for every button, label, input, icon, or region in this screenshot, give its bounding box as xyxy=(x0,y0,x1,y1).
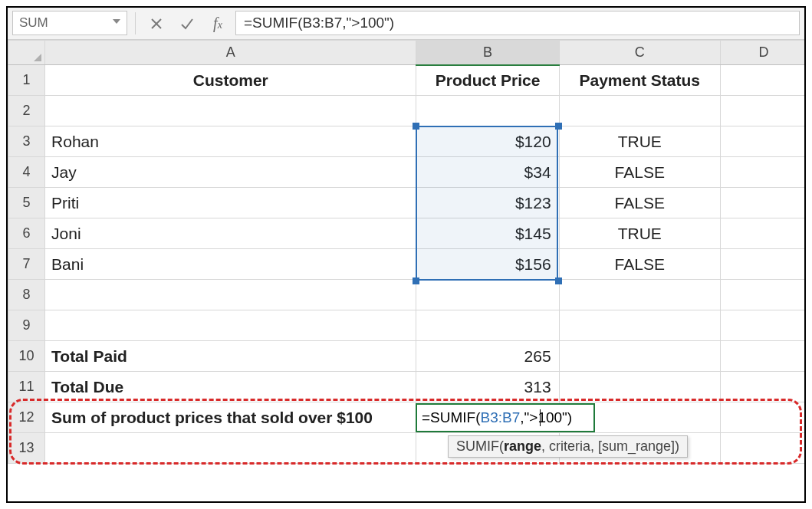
cell[interactable] xyxy=(720,249,806,280)
cell[interactable]: Jay xyxy=(45,157,416,188)
cell[interactable]: Total Paid xyxy=(45,341,416,372)
row-header[interactable]: 12 xyxy=(8,402,45,433)
tooltip-arg-current: range xyxy=(504,438,541,454)
row-header[interactable]: 9 xyxy=(8,310,45,341)
row-header[interactable]: 2 xyxy=(8,96,45,126)
cell[interactable]: Priti xyxy=(45,188,416,218)
row-header[interactable]: 1 xyxy=(8,65,45,96)
cell[interactable]: $34 xyxy=(416,157,559,188)
row-header[interactable]: 6 xyxy=(8,218,45,249)
cell[interactable] xyxy=(720,372,806,402)
tooltip-fn: SUMIF xyxy=(456,438,499,454)
cell[interactable]: $145 xyxy=(416,218,559,249)
cell[interactable] xyxy=(45,433,416,464)
text-caret-icon xyxy=(540,409,541,426)
cell[interactable] xyxy=(559,372,720,402)
worksheet[interactable]: A B C D 1 Customer Product Price Payment… xyxy=(8,40,804,464)
cell[interactable] xyxy=(416,310,559,341)
formula-bar: SUM fx =SUMIF(B3:B7,">100") xyxy=(8,8,804,40)
row-header[interactable]: 13 xyxy=(8,433,45,464)
row-header[interactable]: 4 xyxy=(8,157,45,188)
name-box-value: SUM xyxy=(19,15,48,31)
cell[interactable] xyxy=(416,280,559,310)
cell[interactable] xyxy=(559,96,720,126)
row-header[interactable]: 5 xyxy=(8,188,45,218)
cell[interactable]: TRUE xyxy=(559,126,720,157)
active-cell-editor[interactable]: =SUMIF(B3:B7,">100") xyxy=(416,403,595,432)
cell[interactable]: 313 xyxy=(416,372,559,402)
row-header[interactable]: 8 xyxy=(8,280,45,310)
cell[interactable]: $156 xyxy=(416,249,559,280)
col-header-D[interactable]: D xyxy=(720,41,806,65)
cell[interactable]: 265 xyxy=(416,341,559,372)
cell[interactable]: Payment Status xyxy=(559,65,720,96)
col-header-B[interactable]: B xyxy=(416,41,559,65)
cell[interactable] xyxy=(720,280,806,310)
cell[interactable] xyxy=(720,126,806,157)
cell[interactable] xyxy=(559,341,720,372)
formula-range-ref: B3:B7 xyxy=(481,409,521,426)
row-header[interactable]: 11 xyxy=(8,372,45,402)
cell[interactable] xyxy=(720,402,806,433)
cancel-formula-button[interactable] xyxy=(143,11,169,36)
select-all-corner[interactable] xyxy=(8,41,45,65)
cell[interactable] xyxy=(559,310,720,341)
cell[interactable]: Product Price xyxy=(416,65,559,96)
cell[interactable]: Bani xyxy=(45,249,416,280)
row-header[interactable]: 10 xyxy=(8,341,45,372)
cell[interactable]: Rohan xyxy=(45,126,416,157)
cell[interactable] xyxy=(559,280,720,310)
fx-icon: fx xyxy=(213,15,222,32)
check-icon xyxy=(180,17,194,31)
cell[interactable]: Total Due xyxy=(45,372,416,402)
app-window: SUM fx =SUMIF(B3:B7,">100") xyxy=(6,6,806,503)
col-header-C[interactable]: C xyxy=(559,41,720,65)
cell[interactable]: $120 xyxy=(416,126,559,157)
formula-prefix: =SUMIF( xyxy=(422,409,481,426)
cell[interactable]: Sum of product prices that sold over $10… xyxy=(45,402,416,433)
cell[interactable]: Customer xyxy=(45,65,416,96)
cell[interactable] xyxy=(720,96,806,126)
formula-text: =SUMIF(B3:B7,">100") xyxy=(244,15,394,31)
cell[interactable] xyxy=(720,310,806,341)
cell[interactable]: Joni xyxy=(45,218,416,249)
col-header-A[interactable]: A xyxy=(45,41,416,65)
grid: A B C D 1 Customer Product Price Payment… xyxy=(8,40,806,464)
cell[interactable] xyxy=(720,188,806,218)
cell[interactable] xyxy=(720,157,806,188)
formula-input[interactable]: =SUMIF(B3:B7,">100") xyxy=(235,11,800,35)
function-tooltip: SUMIF(range, criteria, [sum_range]) xyxy=(448,435,688,458)
cell[interactable]: FALSE xyxy=(559,249,720,280)
close-icon xyxy=(150,18,163,30)
row-header[interactable]: 7 xyxy=(8,249,45,280)
cell[interactable] xyxy=(720,218,806,249)
cell[interactable] xyxy=(720,65,806,96)
cell[interactable]: TRUE xyxy=(559,218,720,249)
cell[interactable] xyxy=(45,96,416,126)
cell[interactable] xyxy=(720,341,806,372)
cell[interactable]: $123 xyxy=(416,188,559,218)
formula-suffix: ,">100") xyxy=(520,409,572,426)
divider xyxy=(135,12,136,34)
cell[interactable]: FALSE xyxy=(559,188,720,218)
row-header[interactable]: 3 xyxy=(8,126,45,157)
insert-function-button[interactable]: fx xyxy=(205,11,231,36)
cell[interactable] xyxy=(45,280,416,310)
cell[interactable] xyxy=(416,96,559,126)
accept-formula-button[interactable] xyxy=(174,11,200,36)
chevron-down-icon[interactable] xyxy=(113,19,120,27)
cell[interactable]: FALSE xyxy=(559,157,720,188)
name-box[interactable]: SUM xyxy=(12,11,127,35)
tooltip-args-rest: , criteria, [sum_range]) xyxy=(541,438,679,454)
cell[interactable] xyxy=(720,433,806,464)
cell[interactable] xyxy=(45,310,416,341)
